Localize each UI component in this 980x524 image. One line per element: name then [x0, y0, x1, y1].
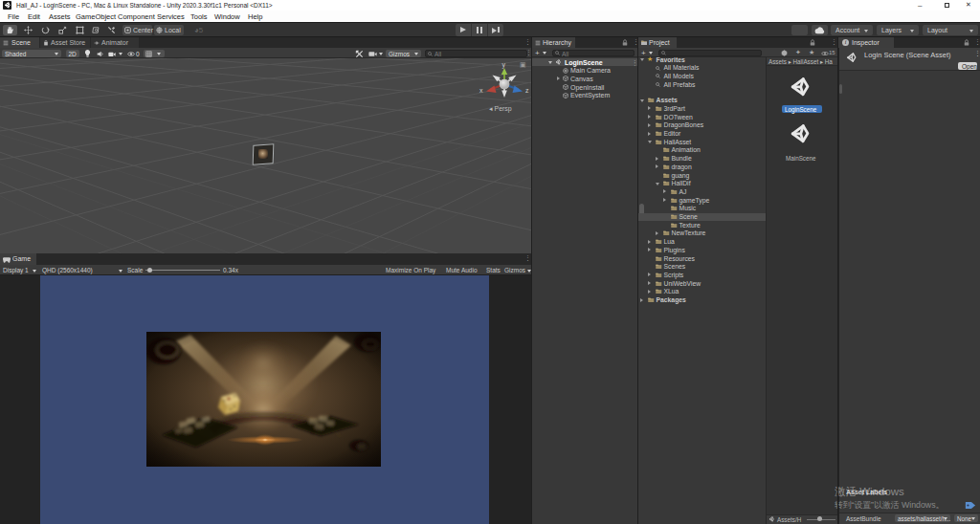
svg-text:y: y: [502, 61, 506, 69]
svg-text:z: z: [525, 87, 529, 94]
svg-text:x: x: [479, 87, 483, 94]
